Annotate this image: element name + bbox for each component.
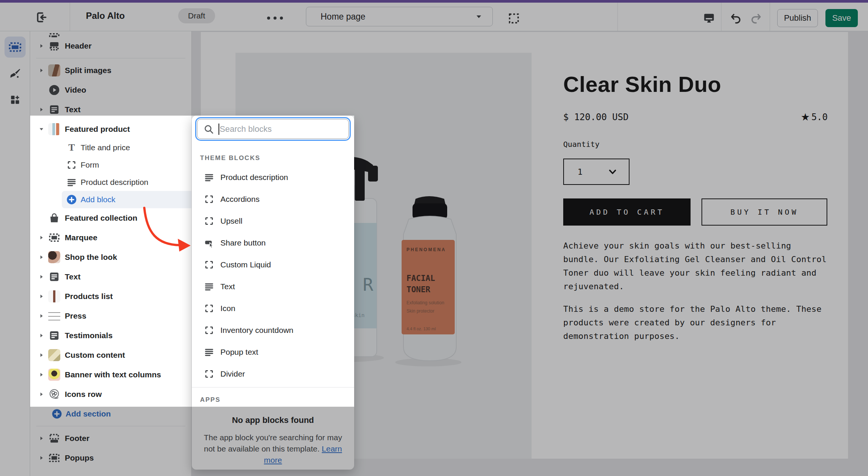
- rail-sections-tab[interactable]: [5, 37, 26, 58]
- chevron-right-icon[interactable]: [38, 352, 45, 358]
- chevron-right-icon[interactable]: [38, 67, 45, 73]
- toner-sub-1: Exfoliating solution: [406, 300, 444, 305]
- section-label: Products list: [65, 292, 113, 301]
- chevron-right-icon[interactable]: [38, 333, 45, 339]
- chevron-right-icon[interactable]: [38, 43, 45, 49]
- save-button[interactable]: Save: [825, 9, 858, 27]
- rating-value: 5.0: [811, 112, 828, 122]
- header-icon: [49, 40, 60, 52]
- block-item-title-and-price[interactable]: TTitle and price: [62, 139, 191, 156]
- list-divider: [36, 58, 185, 58]
- thumb-look-icon: [48, 251, 60, 263]
- chevron-right-icon[interactable]: [38, 254, 45, 260]
- sidebar-section-press[interactable]: Press: [30, 306, 191, 326]
- chevron-right-icon[interactable]: [38, 391, 45, 397]
- popup-block-product-description[interactable]: Product description: [192, 166, 354, 188]
- sidebar-section-banner-with-text-columns[interactable]: Banner with text columns: [30, 365, 191, 384]
- quantity-select[interactable]: 1: [563, 159, 630, 185]
- marquee-icon: [48, 232, 60, 244]
- empty-state-text: The app block you're searching for may n…: [204, 433, 342, 453]
- block-item-product-description[interactable]: Product description: [62, 174, 191, 191]
- brackets-icon: [204, 194, 214, 204]
- redo-button[interactable]: [747, 10, 765, 26]
- chevron-right-icon[interactable]: [38, 435, 45, 441]
- sidebar-section-icons-row[interactable]: Icons row: [30, 384, 191, 404]
- section-picker-tool-button[interactable]: [505, 11, 523, 26]
- popup-block-custom-liquid[interactable]: Custom Liquid: [192, 254, 354, 276]
- more-actions-button[interactable]: [260, 12, 290, 24]
- chevron-right-icon[interactable]: [38, 274, 45, 280]
- sidebar-section-popups[interactable]: Popups: [30, 448, 191, 468]
- popup-block-icon[interactable]: Icon: [192, 298, 354, 319]
- popup-block-text[interactable]: Text: [192, 276, 354, 298]
- popup-block-upsell[interactable]: Upsell: [192, 210, 354, 232]
- toner-name-1: FACIAL: [406, 274, 435, 283]
- lines-icon: [204, 172, 214, 183]
- sidebar-section-video[interactable]: Video: [30, 80, 191, 100]
- publish-button[interactable]: Publish: [777, 9, 818, 27]
- popup-block-accordions[interactable]: Accordions: [192, 188, 354, 210]
- exit-editor-button[interactable]: [33, 9, 50, 25]
- sidebar-section-featured-product[interactable]: Featured product: [30, 119, 191, 139]
- section-label: Banner with text columns: [65, 370, 161, 379]
- sidebar-section-split-images[interactable]: Split images: [30, 61, 191, 80]
- add-section-button[interactable]: Add section: [30, 404, 191, 424]
- sidebar-section-text[interactable]: Text: [30, 267, 191, 287]
- buy-it-now-button[interactable]: BUY IT NOW: [701, 198, 827, 226]
- chevron-right-icon[interactable]: [38, 107, 45, 113]
- block-icon: [66, 159, 78, 171]
- bag-icon: [49, 212, 60, 224]
- quantity-value: 1: [578, 167, 607, 177]
- undo-icon: [730, 12, 742, 24]
- search-blocks-input[interactable]: [220, 124, 342, 134]
- sidebar-section-text[interactable]: Text: [30, 100, 191, 119]
- sidebar-section-products-list[interactable]: Products list: [30, 287, 191, 306]
- toner-brand: PHENOMENA: [406, 247, 446, 252]
- chevron-right-icon[interactable]: [38, 313, 45, 319]
- popup-block-popup-text[interactable]: Popup text: [192, 341, 354, 363]
- chevron-right-icon[interactable]: [38, 293, 45, 299]
- sidebar-section-marquee[interactable]: Marquee: [30, 228, 191, 247]
- popup-block-divider[interactable]: Divider: [192, 363, 354, 385]
- desktop-monitor-icon: [703, 12, 715, 24]
- popup-block-inventory-countdown[interactable]: Inventory countdown: [192, 319, 354, 341]
- sidebar-section-featured-collection[interactable]: Featured collection: [30, 208, 191, 228]
- block-label: Accordions: [220, 195, 260, 204]
- brackets-icon: [67, 160, 76, 170]
- chevron-down-icon[interactable]: [38, 126, 45, 132]
- brackets-icon: [204, 304, 214, 313]
- search-field[interactable]: [197, 119, 349, 139]
- section-label: Footer: [65, 434, 89, 443]
- block-item-form[interactable]: Form: [62, 156, 191, 174]
- section-icon: [48, 232, 60, 244]
- section-label: Icons row: [65, 390, 102, 399]
- rail-theme-settings-tab[interactable]: [5, 63, 26, 84]
- sidebar-section-footer[interactable]: Footer: [30, 429, 191, 448]
- product-details-column: Clear Skin Duo $ 120.00 USD ★ 5.0 Quanti…: [563, 53, 828, 343]
- popup-block-share-button[interactable]: Share button: [192, 232, 354, 254]
- section-label: Featured collection: [65, 214, 138, 223]
- rail-apps-tab[interactable]: [5, 89, 26, 110]
- sidebar-section-header[interactable]: Header: [30, 36, 191, 56]
- block-label: Title and price: [81, 143, 130, 152]
- share-icon: [204, 238, 214, 248]
- block-label: Add block: [81, 195, 115, 204]
- add-to-cart-button[interactable]: ADD TO CART: [563, 198, 691, 226]
- undo-button[interactable]: [727, 10, 744, 26]
- chevron-right-icon[interactable]: [38, 372, 45, 378]
- tletter-icon: T: [66, 142, 77, 153]
- sidebar-section-shop-the-look[interactable]: Shop the look: [30, 247, 191, 267]
- section-label: Marquee: [65, 233, 97, 242]
- sidebar-section-custom-content[interactable]: Custom content: [30, 345, 191, 365]
- shopify-theme-editor: Palo Alto Draft Home page Publish Save: [0, 0, 868, 476]
- chevron-right-icon[interactable]: [38, 235, 45, 241]
- doc-icon: [49, 104, 60, 115]
- sections-icon: [8, 40, 22, 54]
- sidebar-section-testimonials[interactable]: Testimonials: [30, 326, 191, 345]
- block-item-add-block[interactable]: Add block: [62, 191, 191, 208]
- add-block-popover: THEME BLOCKS Product descriptionAccordio…: [192, 116, 354, 470]
- chevron-right-icon[interactable]: [38, 455, 45, 461]
- device-preview-button[interactable]: [700, 10, 718, 26]
- page-selector-dropdown[interactable]: Home page: [306, 7, 493, 26]
- plus-circle-icon: [51, 408, 63, 420]
